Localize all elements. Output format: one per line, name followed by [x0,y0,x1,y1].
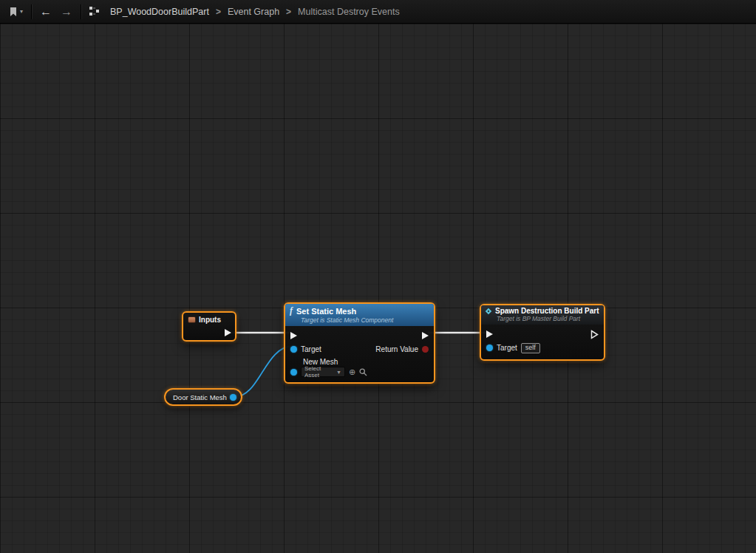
graph-root-button[interactable] [85,3,105,21]
breadcrumb: BP_WoodDoorBuildPart > Event Graph > Mul… [110,7,400,17]
return-value-label: Return Value [375,345,418,353]
browse-asset-icon[interactable] [359,368,367,376]
chevron-down-icon: ▾ [20,8,23,15]
bookmark-button[interactable]: ▾ [4,3,27,21]
exec-in-pin[interactable] [290,332,297,339]
exec-in-pin[interactable] [486,330,493,338]
node-header: Spawn Destruction Build Part Target is B… [481,305,604,325]
toolbar-divider [81,4,81,19]
forward-arrow-icon: → [61,6,72,18]
new-mesh-pin[interactable] [290,369,297,376]
breadcrumb-item-multicast-destroy-events[interactable]: Multicast Destroy Events [298,7,400,17]
target-pin[interactable] [486,345,493,351]
node-title: Spawn Destruction Build Part [495,307,599,315]
spawn-destruction-build-part-node[interactable]: Spawn Destruction Build Part Target is B… [480,304,605,361]
toolbar-divider [31,4,32,19]
breadcrumb-item-blueprint[interactable]: BP_WoodDoorBuildPart [110,7,209,17]
forward-button[interactable]: → [56,3,77,21]
back-button[interactable]: ← [35,3,56,21]
set-static-mesh-node[interactable]: f Set Static Mesh Target is Static Mesh … [284,302,435,384]
node-title: Inputs [199,316,221,324]
node-title: Set Static Mesh [296,307,356,316]
inputs-node[interactable]: Inputs [182,311,236,342]
variable-title: Door Static Mesh [173,393,227,401]
graph-canvas[interactable] [0,24,756,553]
node-subtitle: Target is Static Mesh Component [301,316,429,324]
target-pin[interactable] [290,346,297,353]
chevron-right-icon: > [286,7,291,17]
chevron-down-icon: ▼ [336,370,341,375]
blueprint-function-icon [486,308,491,313]
select-asset-dropdown[interactable]: Select Asset ▼ [301,367,345,377]
use-selected-asset-icon[interactable]: ⊕ [349,368,355,376]
exec-out-pin[interactable] [225,329,231,336]
self-literal: self [521,343,540,353]
node-header: f Set Static Mesh Target is Static Mesh … [285,304,434,326]
variable-out-pin[interactable] [230,394,236,401]
bookmark-icon [9,7,18,17]
breadcrumb-item-event-graph[interactable]: Event Graph [228,7,279,17]
target-pin-label: Target [497,344,517,352]
graph-toolbar: ▾ ← → BP_WoodDoorBuildPart > Event Graph… [0,0,756,24]
blueprint-graph-icon [89,7,101,16]
exec-out-pin[interactable] [590,330,599,339]
return-value-pin[interactable] [422,346,429,353]
select-asset-label: Select Asset [304,365,333,379]
exec-out-pin[interactable] [422,332,429,339]
function-icon: f [290,305,293,316]
target-pin-label: Target [301,345,321,353]
chevron-right-icon: > [216,7,221,17]
node-subtitle: Target is BP Master Build Part [497,315,599,322]
tunnel-inputs-icon [188,316,196,323]
door-static-mesh-node[interactable]: Door Static Mesh [164,388,242,406]
back-arrow-icon: ← [40,6,52,18]
